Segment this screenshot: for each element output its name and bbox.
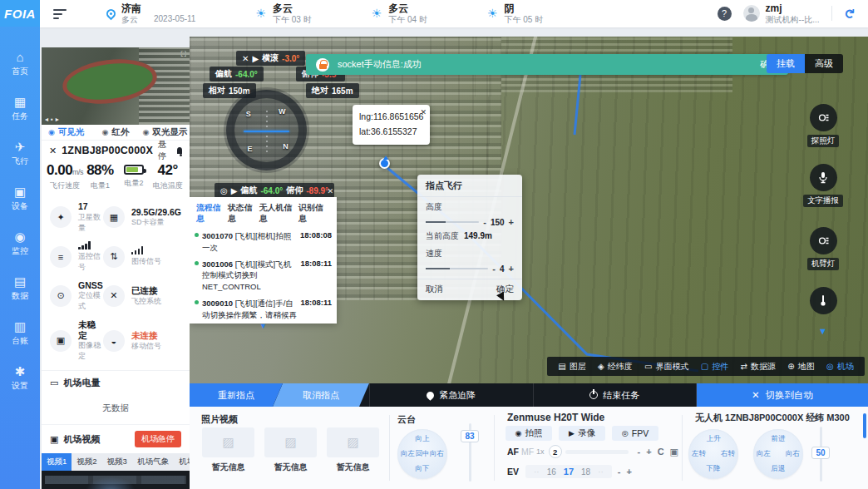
tab-video1[interactable]: 视频1 [42,453,72,471]
zoom-slider[interactable] [565,450,629,454]
flyto-cancel-button[interactable]: 取消 [426,284,443,295]
altitude-slider[interactable] [426,221,479,223]
arm-light-icon[interactable] [810,227,837,254]
remote-icon: ≡ [50,246,72,268]
device-icon: ▣ [14,185,26,198]
image-icon: ▣ [50,330,72,352]
repoint-button[interactable]: 重新指点 [190,383,283,407]
toolbar-ui-mode[interactable]: ▭界面模式 [644,361,688,373]
ev-current[interactable]: 17 [564,467,574,477]
message-list[interactable]: 3001070 [飞机][相机]拍照一次18:08:08 3001006 [飞机… [190,229,337,322]
payload-button[interactable]: 挂载 [767,54,805,73]
home-icon[interactable]: ⌂ [815,412,821,422]
toolbar-map[interactable]: ⊕地图 [787,361,814,373]
close-icon[interactable]: ✕ [327,187,333,195]
switch-auto-button[interactable]: ✕切换到自动 [697,383,868,407]
mf-label[interactable]: MF [521,447,534,457]
thermometer-icon[interactable] [810,287,837,314]
zoom-plus-button[interactable]: + [646,447,651,457]
photo-placeholder[interactable]: ▨ [264,427,317,457]
shoot-button[interactable]: ◉拍照 [506,426,552,441]
backward-button[interactable]: 后退 [772,464,786,474]
frame-icon[interactable]: ▣ [670,447,678,457]
toolbar-widgets[interactable]: ▢控件 [701,361,728,373]
zoom-c-button[interactable]: C [658,447,664,457]
tab-recognition-info[interactable]: 识别信息 [298,203,330,225]
sidebar-item-settings[interactable]: ✱设置 [0,356,40,401]
ev-plus-button[interactable]: + [627,467,632,477]
sidebar-item-devices[interactable]: ▣设备 [0,176,40,221]
tab-drone-info[interactable]: 无人机信息 [259,203,298,225]
sidebar-item-monitor[interactable]: ◉监控 [0,221,40,266]
gimbal-down-button[interactable]: 向下 [416,464,430,474]
yaw-right-button[interactable]: 右转 [721,449,735,459]
sun-icon: ☀ [487,7,498,20]
speed-slider[interactable] [426,268,488,269]
toolbar-layers[interactable]: ▤图层 [558,361,585,373]
thumb-controls-icon[interactable]: ◂▪▸ [45,116,62,123]
user-menu[interactable]: zmj测试机构--比... [743,3,820,24]
move-left-button[interactable]: 向左 [757,449,771,459]
drone-map-marker[interactable] [379,158,390,169]
toolbar-latlng[interactable]: ◈经纬度 [598,361,633,373]
ev-minus-button[interactable]: - [618,467,621,477]
logout-icon[interactable]: ↻ [841,8,857,19]
sidebar-item-home[interactable]: ⌂首页 [0,42,40,86]
tab-video3[interactable]: 视频3 [102,453,132,471]
sidebar-item-flight[interactable]: ✈飞行 [0,131,40,176]
ev-selector[interactable]: ·· 16 17 18 ·· [525,465,612,478]
gimbal-right-button[interactable]: 向右 [430,449,444,459]
fpv-video-thumbnail[interactable]: ⛶ ◂▪▸ [42,47,190,125]
sidebar-item-data[interactable]: ▤数据 [0,266,40,311]
tab-status-info[interactable]: 状态信息 [228,203,259,225]
zoom-handle[interactable]: 2 [549,445,562,458]
panel-scrollbar[interactable] [863,413,866,438]
tab-process-info[interactable]: 流程信息 [196,203,228,225]
gimbal-left-button[interactable]: 向左 [401,449,415,459]
swap-icon: ⇄ [741,362,747,371]
sidebar-item-ledger[interactable]: ▥台账 [0,311,40,356]
speed-minus-button[interactable]: - [492,264,496,274]
map-canvas[interactable]: ✕▶横滚-3.0° 偏航-64.0° 俯仰-3.5° 相对150m 绝对165m… [190,37,868,383]
expand-icon[interactable]: ⛶ [181,50,186,59]
fpv-button[interactable]: ◎FPV [612,426,658,441]
help-icon[interactable]: ? [718,7,732,21]
bell-icon[interactable] [177,147,183,154]
end-task-button[interactable]: 结束任务 [534,383,698,407]
af-label[interactable]: AF [507,447,519,457]
collapse-tools-icon[interactable]: ▼ [818,326,827,336]
altitude-plus-button[interactable]: + [509,217,514,227]
gimbal-center-button[interactable]: 回中 [416,449,430,459]
tab-visible-light[interactable]: ◉可见光 [42,126,91,138]
gimbal-up-button[interactable]: 向上 [416,434,430,444]
photo-placeholder[interactable]: ▨ [202,427,254,457]
ascend-button[interactable]: 上升 [707,434,721,444]
record-button[interactable]: ▶录像 [559,426,605,441]
yaw-left-button[interactable]: 左转 [692,449,706,459]
altitude-minus-button[interactable]: - [483,217,486,227]
chevron-down-icon[interactable]: ▼ [190,322,337,330]
dock-estop-button[interactable]: 机场急停 [135,431,181,447]
advanced-button[interactable]: 高级 [805,54,843,73]
tab-dual-light[interactable]: ◉双光显示 [141,126,190,138]
emergency-land-button[interactable]: 紧急迫降 [369,383,534,407]
speed-plus-button[interactable]: + [509,264,514,274]
spotlight-icon[interactable] [810,104,837,131]
toolbar-datasource[interactable]: ⇄数据源 [741,361,776,373]
microphone-icon[interactable] [810,164,837,191]
zoom-minus-button[interactable]: - [638,447,641,457]
tab-video2[interactable]: 视频2 [72,453,101,471]
forward-button[interactable]: 前进 [772,434,786,444]
close-icon[interactable]: ✕ [420,106,427,119]
move-right-button[interactable]: 向右 [786,449,800,459]
toolbar-dock[interactable]: ◎机场 [826,361,854,373]
photo-placeholder[interactable]: ▨ [327,427,379,457]
dock-video-feed[interactable] [42,471,190,489]
tab-infrared[interactable]: ◉红外 [91,126,140,138]
collapse-menu-icon[interactable] [53,9,67,19]
tab-dock-weather[interactable]: 机场气象 [132,453,174,471]
sidebar-item-tasks[interactable]: ▦任务 [0,86,40,131]
dock-video-icon: ▣ [50,434,58,445]
cancel-point-button[interactable]: 取消指点 [273,383,369,407]
descend-button[interactable]: 下降 [707,464,721,474]
